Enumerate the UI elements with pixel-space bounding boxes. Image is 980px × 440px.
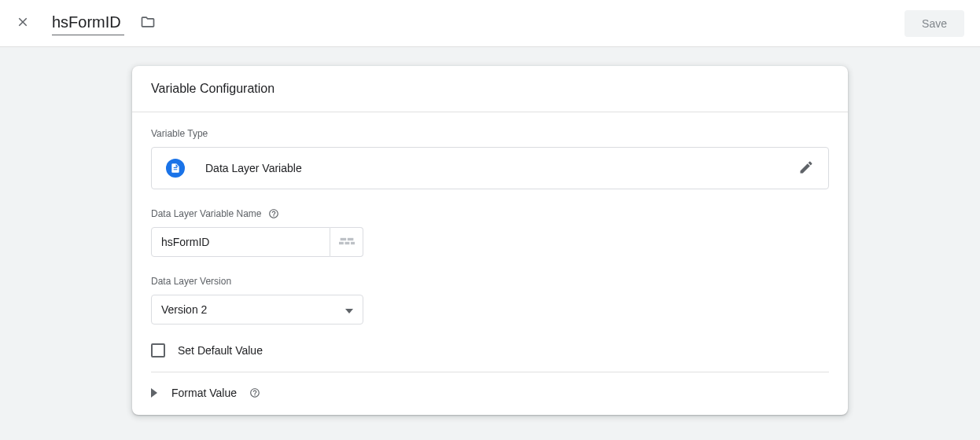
brick-icon	[339, 235, 355, 250]
variable-name-input[interactable]	[52, 12, 124, 35]
format-value-toggle[interactable]: Format Value	[151, 387, 829, 399]
card-title: Variable Configuration	[132, 66, 848, 112]
config-card: Variable Configuration Variable Type Dat…	[132, 66, 848, 415]
help-icon[interactable]	[249, 387, 260, 398]
dlv-name-row	[151, 227, 829, 257]
svg-rect-4	[351, 241, 355, 244]
save-button[interactable]: Save	[904, 10, 964, 37]
svg-rect-2	[339, 241, 344, 244]
format-value-label: Format Value	[171, 387, 237, 399]
close-icon	[16, 15, 30, 31]
variable-type-value: Data Layer Variable	[205, 162, 302, 174]
dlv-name-label: Data Layer Variable Name	[151, 208, 829, 219]
variable-type-label: Variable Type	[151, 128, 829, 139]
set-default-checkbox[interactable]	[151, 343, 165, 358]
data-layer-icon	[166, 159, 185, 178]
variable-picker-button[interactable]	[330, 227, 363, 257]
dlv-version-value: Version 2	[161, 303, 207, 316]
card-body: Variable Type Data Layer Variable Data L…	[132, 112, 848, 415]
folder-button[interactable]	[140, 14, 156, 32]
dlv-version-label: Data Layer Version	[151, 276, 829, 287]
divider	[151, 372, 829, 372]
dlv-version-select[interactable]: Version 2	[151, 295, 363, 324]
help-icon[interactable]	[268, 208, 279, 219]
content-area: Variable Configuration Variable Type Dat…	[0, 47, 980, 440]
folder-icon	[140, 14, 156, 32]
svg-rect-0	[340, 237, 346, 240]
variable-type-selector[interactable]: Data Layer Variable	[151, 147, 829, 189]
edit-type-button[interactable]	[798, 160, 814, 178]
pencil-icon	[798, 160, 814, 178]
svg-rect-1	[347, 237, 353, 240]
set-default-row[interactable]: Set Default Value	[151, 343, 829, 358]
chevron-right-icon	[151, 388, 157, 398]
close-button[interactable]	[16, 15, 30, 31]
app-header: Save	[0, 0, 980, 47]
set-default-label: Set Default Value	[178, 344, 263, 357]
dlv-name-input[interactable]	[151, 227, 330, 257]
chevron-down-icon	[345, 303, 353, 316]
svg-rect-3	[344, 241, 349, 244]
